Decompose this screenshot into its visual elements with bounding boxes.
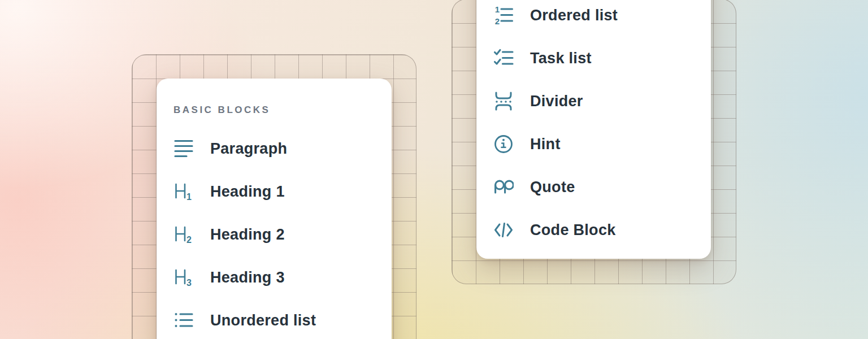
basic-blocks-menu-card: BASIC BLOCKS Paragraph 1 Heading 1 2 Hea… — [157, 79, 392, 339]
paragraph-icon — [173, 138, 194, 159]
menu-item-heading-1[interactable]: 1 Heading 1 — [173, 170, 375, 213]
menu-item-code-block[interactable]: Code Block — [493, 208, 694, 251]
menu-item-hint[interactable]: Hint — [493, 123, 694, 166]
svg-text:2: 2 — [186, 235, 192, 245]
list-blocks-menu-card: 1 2 Ordered list Task list Divider Hint … — [476, 0, 711, 259]
section-label-basic-blocks: BASIC BLOCKS — [173, 105, 375, 116]
heading-2-icon: 2 — [173, 224, 194, 245]
gradient-background: BASIC BLOCKS Paragraph 1 Heading 1 2 Hea… — [0, 0, 868, 339]
menu-item-paragraph[interactable]: Paragraph — [173, 127, 375, 170]
code-block-icon — [493, 220, 514, 240]
svg-text:3: 3 — [186, 278, 192, 288]
hint-icon — [493, 134, 514, 154]
heading-1-icon: 1 — [173, 181, 194, 202]
heading-3-icon: 3 — [173, 267, 194, 288]
quote-icon — [493, 177, 514, 197]
menu-item-unordered-list[interactable]: Unordered list — [173, 299, 375, 339]
menu-item-task-list[interactable]: Task list — [493, 37, 694, 80]
divider-icon — [493, 91, 514, 111]
menu-rows: 1 2 Ordered list Task list Divider Hint … — [493, 0, 694, 251]
menu-rows: Paragraph 1 Heading 1 2 Heading 2 3 Head… — [173, 127, 375, 339]
svg-text:2: 2 — [495, 16, 500, 26]
unordered-list-icon — [173, 310, 194, 331]
menu-item-heading-2[interactable]: 2 Heading 2 — [173, 213, 375, 256]
svg-text:1: 1 — [186, 192, 192, 202]
svg-text:1: 1 — [495, 5, 500, 14]
menu-item-quote[interactable]: Quote — [493, 166, 694, 208]
menu-item-heading-3[interactable]: 3 Heading 3 — [173, 256, 375, 299]
ordered-list-icon: 1 2 — [493, 5, 514, 25]
menu-item-ordered-list[interactable]: 1 2 Ordered list — [493, 0, 694, 37]
task-list-icon — [493, 48, 514, 68]
menu-item-divider[interactable]: Divider — [493, 80, 694, 123]
